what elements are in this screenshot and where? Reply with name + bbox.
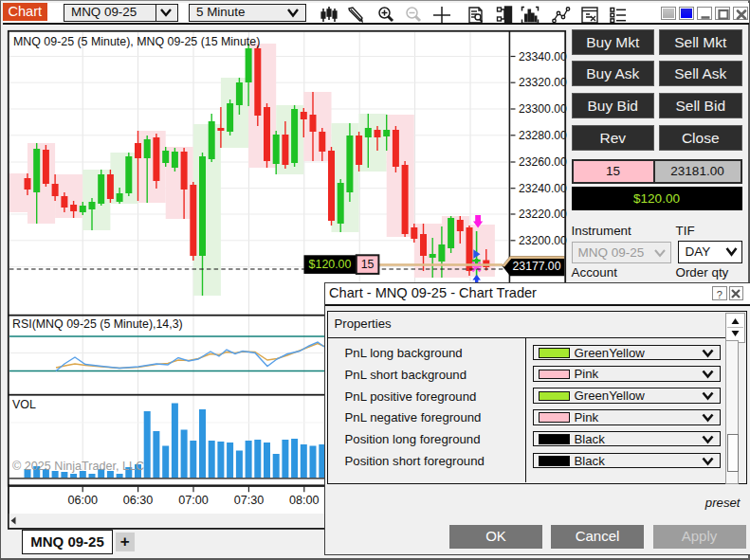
svg-text:23220.00: 23220.00 xyxy=(519,208,567,221)
svg-text:08:00: 08:00 xyxy=(289,494,320,507)
svg-text:23320.00: 23320.00 xyxy=(519,76,567,89)
svg-text:06:30: 06:30 xyxy=(123,494,154,507)
svg-text:06:00: 06:00 xyxy=(67,494,98,507)
svg-text:© 2025 NinjaTrader, LLC: © 2025 NinjaTrader, LLC xyxy=(12,460,144,473)
svg-text:23200.00: 23200.00 xyxy=(519,234,567,247)
svg-text:23340.00: 23340.00 xyxy=(519,50,567,63)
svg-text:23240.00: 23240.00 xyxy=(519,182,567,195)
svg-text:23260.00: 23260.00 xyxy=(519,155,567,169)
svg-text:MNQ 09-25 (5 Minute), MNQ 09-2: MNQ 09-25 (5 Minute), MNQ 09-25 (15 Minu… xyxy=(13,35,260,48)
svg-text:23177.00: 23177.00 xyxy=(513,260,561,273)
svg-text:$120.00: $120.00 xyxy=(309,258,352,271)
svg-text:15: 15 xyxy=(361,258,375,271)
svg-text:07:00: 07:00 xyxy=(178,494,209,507)
svg-text:VOL: VOL xyxy=(12,398,36,411)
svg-text:RSI(MNQ 09-25 (5 Minute),14,3): RSI(MNQ 09-25 (5 Minute),14,3) xyxy=(12,317,183,331)
svg-text:23280.00: 23280.00 xyxy=(519,129,567,142)
svg-text:07:30: 07:30 xyxy=(234,494,265,507)
svg-text:23300.00: 23300.00 xyxy=(519,102,567,116)
